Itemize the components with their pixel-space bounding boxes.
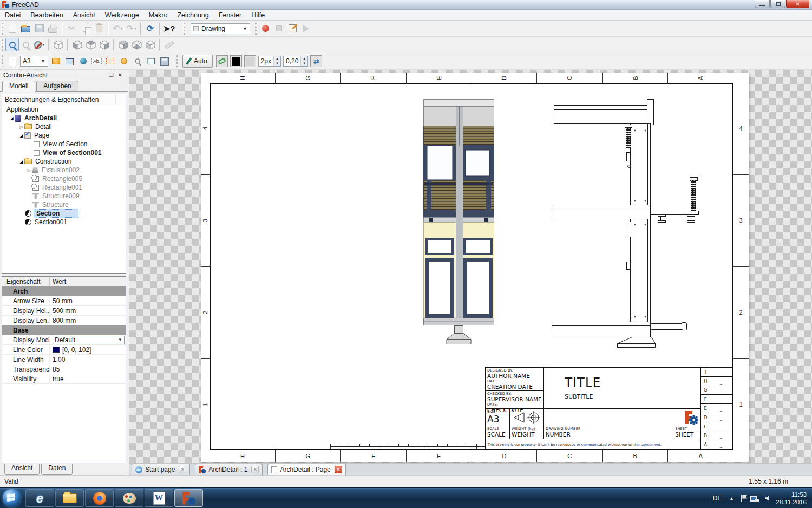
property-row-display-mode[interactable]: Display Mode Default ▼ — [2, 335, 126, 345]
title-bar[interactable]: FreeCAD ✕ — [0, 0, 812, 10]
float-panel-icon[interactable]: ❐ — [107, 72, 116, 78]
save-button[interactable] — [32, 22, 46, 35]
tab-archdetail-3d[interactable]: ArchDetail : 1 ✕ — [195, 464, 263, 475]
measure-button[interactable] — [162, 38, 176, 51]
menu-fenster[interactable]: Fenster — [214, 10, 246, 20]
property-row-transparency[interactable]: Transparency 85 — [2, 364, 126, 374]
paste-button[interactable] — [92, 22, 106, 35]
toolbar-grip[interactable] — [176, 55, 178, 67]
view-of-section-facade[interactable] — [423, 99, 494, 346]
menu-ansicht[interactable]: Ansicht — [68, 10, 100, 20]
tree-item-construction[interactable]: ◢ Construction — [2, 157, 126, 166]
copy-button[interactable] — [78, 22, 92, 35]
view-top-button[interactable] — [84, 38, 97, 51]
tree-item-applikation[interactable]: Applikation — [2, 105, 126, 114]
tab-ansicht[interactable]: Ansicht — [4, 464, 40, 475]
close-button[interactable]: ✕ — [786, 0, 809, 8]
expander-open-icon[interactable]: ◢ — [18, 133, 24, 138]
tree-item-detail[interactable]: ▷ Detail — [2, 122, 126, 131]
workbench-selector[interactable]: Drawing ▼ — [191, 23, 250, 34]
expander-closed-icon[interactable]: ▷ — [26, 168, 32, 173]
tree-item-section[interactable]: Section — [2, 209, 126, 218]
property-row-display-height[interactable]: Display Hei... 500 mm — [2, 306, 126, 316]
tab-aufgaben[interactable]: Aufgaben — [36, 81, 78, 91]
property-row-line-width[interactable]: Line Width 1,00 — [2, 355, 126, 364]
menu-hilfe[interactable]: Hilfe — [246, 10, 270, 20]
macro-run-button[interactable] — [299, 22, 313, 35]
fit-all-button[interactable] — [5, 38, 19, 51]
clip-group-button[interactable] — [103, 55, 117, 68]
property-group-base[interactable]: Base — [2, 325, 126, 335]
menu-zeichnung[interactable]: Zeichnung — [172, 10, 213, 20]
action-center-flag-icon[interactable] — [741, 495, 742, 502]
symbol-button[interactable] — [117, 55, 130, 68]
close-tab-icon[interactable]: ✕ — [251, 466, 259, 473]
close-tab-icon[interactable]: ✕ — [179, 466, 186, 473]
taskbar-freecad[interactable] — [174, 489, 203, 507]
property-group-arch[interactable]: Arch — [2, 286, 126, 296]
menu-makro[interactable]: Makro — [144, 10, 173, 20]
minimize-button[interactable] — [755, 0, 770, 8]
menu-werkzeuge[interactable]: Werkzeuge — [100, 10, 144, 20]
drawing-viewport[interactable]: H G F E D C B A H G F E D C B A 4 3 — [129, 70, 812, 463]
view-right-button[interactable] — [97, 38, 111, 51]
spin-down-icon[interactable]: ▼ — [274, 61, 280, 66]
close-panel-icon[interactable]: ✕ — [116, 72, 125, 78]
line-color-button[interactable] — [230, 55, 242, 67]
tree-item-view-of-section[interactable]: View of Section — [2, 140, 126, 148]
cut-button[interactable]: ✂ — [65, 22, 78, 35]
view-rear-button[interactable] — [116, 38, 130, 51]
tree-item-structure009[interactable]: Structure009 — [2, 192, 126, 200]
network-icon[interactable] — [750, 496, 757, 502]
line-width-spinbox[interactable]: 2px ▲▼ — [258, 56, 281, 67]
fill-color-button[interactable] — [244, 55, 256, 67]
landscape-page-button[interactable] — [49, 55, 63, 68]
new-sheet-button[interactable] — [5, 55, 19, 68]
view-bottom-button[interactable] — [130, 38, 143, 51]
taskbar-word[interactable]: W — [145, 489, 173, 507]
taskbar-file-explorer[interactable] — [55, 489, 84, 507]
property-row-display-length[interactable]: Display Len... 800 mm — [2, 316, 126, 325]
toolbar-grip[interactable] — [184, 23, 185, 35]
scale-spinbox[interactable]: 0,20 ▲▼ — [283, 56, 308, 67]
export-page-button[interactable] — [158, 55, 171, 68]
taskbar-firefox[interactable] — [85, 489, 114, 507]
new-document-button[interactable] — [5, 22, 19, 35]
macro-edit-button[interactable] — [286, 22, 299, 35]
tree-item-section001[interactable]: Section001 — [2, 218, 126, 226]
tray-expand-icon[interactable]: ▲ — [729, 496, 734, 501]
toolbar-grip[interactable] — [2, 55, 3, 67]
tree-item-archdetail[interactable]: ◢ ArchDetail — [2, 114, 126, 122]
draw-style-button[interactable]: ▾ — [32, 38, 46, 51]
t ab-archdetail-page[interactable]: ArchDetail : Page ✕ — [267, 464, 345, 475]
view-front-button[interactable] — [70, 38, 84, 51]
toolbar-grip[interactable] — [2, 23, 3, 35]
spin-up-icon[interactable]: ▲ — [301, 56, 307, 61]
tree-item-view-of-section001[interactable]: View of Section001 — [2, 148, 126, 157]
spreadsheet-view-button[interactable] — [144, 55, 158, 68]
volume-icon[interactable] — [765, 496, 769, 501]
tree-item-structure[interactable]: Structure — [2, 200, 126, 209]
tree-item-rectangle001[interactable]: Rectangle001 — [2, 183, 126, 192]
tree-item-page[interactable]: ◢ Page — [2, 131, 126, 140]
projection-toggle-button[interactable]: ⇄ — [310, 55, 322, 67]
maximize-button[interactable] — [770, 0, 785, 8]
tab-modell[interactable]: Modell — [2, 81, 35, 92]
link-dimension-button[interactable] — [216, 55, 228, 67]
insert-view-button[interactable] — [63, 55, 76, 68]
taskbar-paint[interactable] — [115, 489, 143, 507]
ortho-views-button[interactable] — [130, 55, 144, 68]
spin-up-icon[interactable]: ▲ — [274, 56, 280, 61]
spin-down-icon[interactable]: ▼ — [301, 61, 307, 66]
view-of-section001-detail[interactable] — [552, 99, 700, 349]
property-row-arrow-size[interactable]: Arrow Size 50 mm — [2, 296, 126, 306]
draft-view-button[interactable] — [76, 55, 90, 68]
tree-item-rectangle005[interactable]: Rectangle005 — [2, 174, 126, 183]
combo-view-titlebar[interactable]: Combo-Ansicht ❐ ✕ — [0, 70, 128, 80]
redo-button[interactable]: ↷▾ — [125, 22, 138, 35]
toolbar-grip[interactable] — [255, 23, 257, 35]
view-axonometric-button[interactable] — [51, 38, 65, 51]
page-format-selector[interactable]: A3 ▼ — [20, 56, 48, 67]
taskbar-internet-explorer[interactable]: e — [25, 489, 54, 507]
macro-stop-button[interactable] — [272, 22, 286, 35]
